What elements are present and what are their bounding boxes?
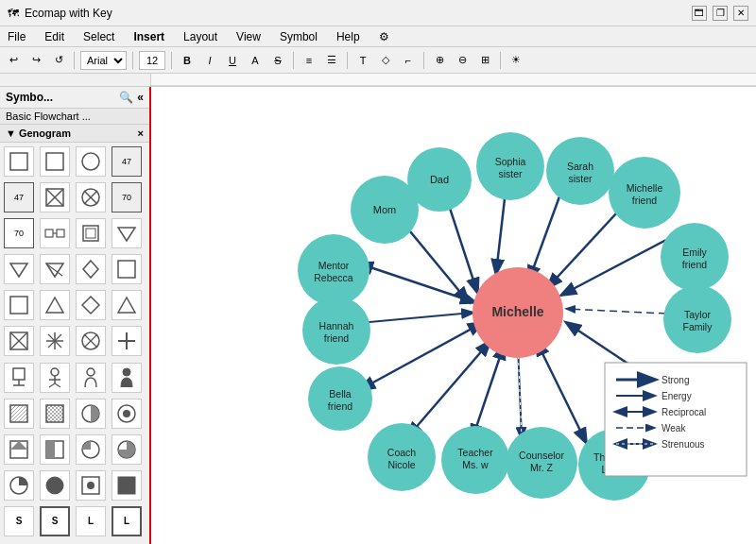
menu-layout[interactable]: Layout (180, 28, 221, 45)
menu-file[interactable]: File (4, 28, 29, 45)
symbol-full-sq[interactable] (112, 470, 142, 501)
text-button[interactable]: T (353, 51, 372, 70)
symbol-half-circ2[interactable] (4, 470, 34, 501)
symbol-dot-circ[interactable] (112, 399, 142, 429)
sun-button[interactable]: ☀ (507, 51, 525, 70)
italic-button[interactable]: I (200, 51, 219, 70)
coach-label2: Nicole (387, 459, 415, 470)
symbol-x-square[interactable] (40, 182, 70, 212)
sep5 (347, 52, 348, 69)
symbol-person4[interactable] (112, 363, 142, 393)
reset-button[interactable]: ↺ (49, 51, 68, 70)
menu-settings[interactable]: ⚙ (375, 28, 393, 45)
sub-header-label: Basic Flowchart ... (6, 110, 91, 122)
connector-button[interactable]: ⌐ (399, 51, 418, 70)
zoom-button[interactable]: ⊕ (430, 51, 449, 70)
symbol-double-sq[interactable] (76, 218, 106, 248)
fit-button[interactable]: ⊞ (475, 51, 494, 70)
svg-rect-20 (118, 261, 135, 278)
collapse-icon[interactable]: « (137, 91, 144, 104)
symbol-l-label2[interactable]: L (112, 506, 142, 536)
panel-header: Symbo... 🔍 « (0, 87, 149, 109)
bold-button[interactable]: B (178, 51, 197, 70)
symbol-num47b[interactable]: 47 (4, 182, 34, 212)
symbol-q-sq[interactable] (4, 434, 34, 465)
symbol-sq-sq[interactable] (4, 290, 34, 320)
menu-symbol[interactable]: Symbol (276, 28, 321, 45)
symbol-tri-up[interactable] (40, 290, 70, 320)
strikethrough-button[interactable]: S (268, 51, 287, 70)
sophia-label: Sophia (495, 156, 526, 167)
menu-insert[interactable]: Insert (129, 28, 168, 45)
symbol-person3[interactable] (76, 363, 106, 393)
symbol-diamond[interactable] (76, 290, 106, 320)
align-left-button[interactable]: ≡ (300, 51, 318, 70)
symbol-small-squares[interactable] (40, 218, 70, 248)
symbol-hatched-sq[interactable] (4, 399, 34, 429)
restore-button[interactable]: ❐ (713, 6, 728, 21)
font-color-button[interactable]: A (246, 51, 265, 70)
symbol-rect-small[interactable] (112, 254, 142, 284)
symbol-s-label[interactable]: S (4, 506, 34, 536)
symbol-num70b[interactable]: 70 (4, 218, 34, 248)
symbol-circ-q[interactable] (76, 434, 106, 465)
symbol-square2[interactable] (40, 146, 70, 177)
svg-point-45 (87, 368, 94, 376)
symbol-l-label[interactable]: L (76, 506, 106, 536)
svg-point-40 (51, 368, 59, 376)
undo-button[interactable]: ↩ (4, 51, 23, 70)
svg-point-61 (46, 477, 63, 494)
symbol-person2[interactable] (40, 363, 70, 393)
genogram-section-header: ▼ Genogram × (0, 125, 149, 143)
symbol-circle[interactable] (76, 146, 106, 177)
svg-line-43 (49, 383, 55, 387)
menu-help[interactable]: Help (333, 28, 364, 45)
mentor-label2: Rebecca (314, 272, 353, 283)
shape-button[interactable]: ◇ (376, 51, 395, 70)
genogram-close[interactable]: × (138, 128, 144, 139)
redo-button[interactable]: ↪ (26, 51, 45, 70)
symbol-x-circ2[interactable] (76, 326, 106, 356)
menu-bar: File Edit Select Insert Layout View Symb… (0, 26, 756, 47)
symbol-half-circ[interactable] (76, 399, 106, 429)
svg-point-54 (123, 410, 130, 417)
symbol-half-sq[interactable] (40, 434, 70, 465)
svg-line-73 (361, 323, 482, 389)
symbol-tri-down2[interactable] (4, 254, 34, 284)
zoom-out-button[interactable]: ⊖ (453, 51, 472, 70)
michelle-friend-label2: friend (632, 195, 657, 206)
search-icon[interactable]: 🔍 (119, 91, 133, 104)
symbol-tri-down3[interactable] (40, 254, 70, 284)
menu-view[interactable]: View (232, 28, 265, 45)
underline-button[interactable]: U (223, 51, 242, 70)
symbol-star-x[interactable] (40, 326, 70, 356)
teacher-label: Teacher (457, 447, 493, 458)
canvas-area[interactable]: Michelle Mom Dad Sophia sister Sarah sis… (151, 87, 756, 544)
symbol-square[interactable] (4, 146, 34, 177)
symbol-3q-circ[interactable] (112, 434, 142, 465)
symbol-num70[interactable]: 70 (112, 182, 142, 212)
counselor-label2: Mr. Z (530, 462, 553, 473)
symbol-num47[interactable]: 47 (112, 146, 142, 177)
symbol-hatched-sq2[interactable] (40, 399, 70, 429)
sep6 (423, 52, 424, 69)
symbol-person1[interactable] (4, 363, 34, 393)
font-size-input[interactable] (139, 51, 165, 70)
symbol-s-label2[interactable]: S (40, 506, 70, 536)
symbol-dot-sq[interactable] (76, 470, 106, 501)
align-center-button[interactable]: ☰ (322, 51, 341, 70)
symbol-x-sq2[interactable] (4, 326, 34, 356)
symbol-triangle-down[interactable] (112, 218, 142, 248)
symbol-full-circ[interactable] (40, 470, 70, 501)
minimize-button[interactable]: 🗔 (692, 6, 707, 21)
ruler-container: // ruler ticks rendered by JS below (0, 74, 756, 87)
menu-select[interactable]: Select (79, 28, 118, 45)
sep7 (500, 52, 501, 69)
symbol-plus[interactable] (112, 326, 142, 356)
symbol-diamond-tri[interactable] (76, 254, 106, 284)
menu-edit[interactable]: Edit (41, 28, 68, 45)
font-family-select[interactable]: Arial (80, 51, 127, 70)
symbol-x-circle[interactable] (76, 182, 106, 212)
close-button[interactable]: ✕ (733, 6, 748, 21)
symbol-tri-up2[interactable] (112, 290, 142, 320)
